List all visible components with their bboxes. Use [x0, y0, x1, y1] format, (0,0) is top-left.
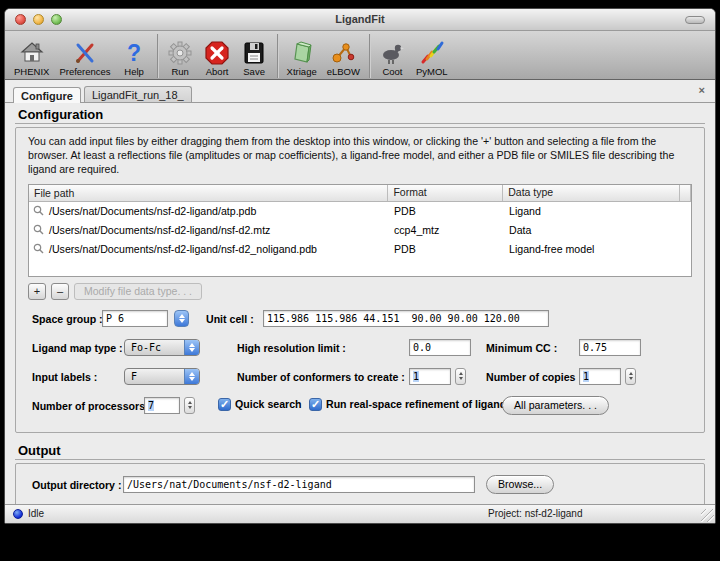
format-cell: PDB [389, 243, 504, 255]
toolbar-item-xtriage[interactable]: Xtriage [282, 37, 322, 79]
space-group-stepper[interactable] [174, 310, 189, 327]
pymol-sticks-icon [418, 39, 445, 66]
quick-search-checkbox[interactable]: ✓ Quick search [218, 398, 302, 411]
column-header-format[interactable]: Format [388, 185, 503, 201]
output-directory-field[interactable]: /Users/nat/Documents/nsf-d2-ligand [123, 476, 475, 493]
toolbar-item-phenix[interactable]: PHENIX [9, 37, 54, 79]
space-group-field[interactable]: P 6 [102, 310, 168, 327]
xtriage-crystal-icon [288, 39, 315, 66]
toolbar-separator [157, 34, 158, 78]
tab-ligandfit-run[interactable]: LigandFit_run_18_ [84, 86, 192, 102]
close-window-button[interactable] [15, 14, 26, 25]
abort-stop-icon [204, 39, 231, 66]
browse-button[interactable]: Browse... [486, 475, 554, 494]
instructions-text: You can add input files by either draggi… [28, 135, 692, 177]
format-cell: ccp4_mtz [389, 224, 504, 236]
checkbox-check-icon: ✓ [218, 398, 231, 411]
processors-value: 7 [148, 400, 154, 411]
magnifier-icon [33, 224, 44, 237]
toolbar-item-preferences[interactable]: Preferences [54, 37, 115, 79]
toolbar-toggle-button[interactable] [685, 16, 705, 24]
toolbar-item-help[interactable]: ? Help [116, 37, 153, 79]
toolbar-label: Xtriage [287, 66, 317, 77]
input-labels-label: Input labels : [32, 371, 97, 383]
toolbar-item-coot[interactable]: Coot [374, 37, 411, 79]
data-type-cell: Data [504, 224, 681, 236]
table-header-row: File path Format Data type [29, 185, 691, 202]
processors-field[interactable]: 7 [144, 397, 180, 414]
input-labels-dropdown[interactable]: F [124, 368, 200, 385]
input-files-table: File path Format Data type /Users/nat/Do… [28, 184, 692, 277]
copies-stepper[interactable] [625, 368, 636, 385]
minimum-cc-field[interactable]: 0.75 [579, 339, 641, 356]
column-header-file-path[interactable]: File path [29, 185, 388, 201]
title-bar: LigandFit [5, 9, 715, 31]
output-heading: Output [18, 443, 715, 458]
status-bar: Idle Project: nsf-d2-ligand [5, 504, 715, 523]
high-resolution-limit-field[interactable]: 0.0 [409, 339, 471, 356]
toolbar-item-abort[interactable]: Abort [199, 37, 236, 79]
table-button-row: + – Modify file data type. . . [28, 283, 692, 300]
coot-bird-icon [379, 39, 406, 66]
ligand-map-type-dropdown[interactable]: Fo-Fc [124, 339, 200, 356]
tab-bar: Configure LigandFit_run_18_ × [5, 83, 715, 103]
table-body: /Users/nat/Documents/nsf-d2-ligand/atp.p… [29, 202, 691, 276]
table-row[interactable]: /Users/nat/Documents/nsf-d2-ligand/atp.p… [29, 202, 691, 221]
svg-text:?: ? [127, 40, 141, 66]
resize-grip[interactable] [701, 509, 714, 522]
add-file-button[interactable]: + [28, 283, 46, 300]
form-row-space-group: Space group : P 6 Unit cell : 115.986 11… [28, 310, 696, 329]
main-toolbar: PHENIX Preferences ? Help Run Abort [5, 31, 715, 80]
toolbar-item-save[interactable]: Save [236, 37, 273, 79]
realspace-refinement-label: Run real-space refinement of ligand [326, 398, 506, 410]
toolbar-label: Abort [206, 66, 229, 77]
data-type-cell: Ligand [504, 205, 681, 217]
unit-cell-field[interactable]: 115.986 115.986 44.151 90.00 90.00 120.0… [263, 310, 549, 327]
toolbar-item-elbow[interactable]: eLBOW [322, 37, 365, 79]
table-row[interactable]: /Users/nat/Documents/nsf-d2-ligand/nsf-d… [29, 240, 691, 259]
toolbar-label: PyMOL [416, 66, 448, 77]
column-header-data-type[interactable]: Data type [503, 185, 680, 201]
heading-rule [15, 459, 705, 460]
data-type-cell: Ligand-free model [504, 243, 681, 255]
ligand-map-type-label: Ligand map type : [32, 342, 123, 354]
form-row-output-dir: Output directory : /Users/nat/Documents/… [28, 476, 696, 495]
tab-close-icon[interactable]: × [699, 85, 705, 96]
input-labels-value: F [125, 369, 184, 384]
minimize-window-button[interactable] [33, 14, 44, 25]
app-window: LigandFit PHENIX Preferences ? Help [4, 8, 716, 524]
copies-field[interactable]: 1 [579, 368, 621, 385]
phenix-home-icon [18, 39, 45, 66]
copies-label: Number of copies : [486, 371, 582, 383]
toolbar-item-pymol[interactable]: PyMOL [411, 37, 453, 79]
toolbar-label: Run [171, 66, 188, 77]
ligand-map-type-value: Fo-Fc [125, 340, 184, 355]
copies-value: 1 [583, 371, 589, 382]
zoom-window-button[interactable] [51, 14, 62, 25]
configuration-heading: Configuration [18, 107, 715, 122]
output-directory-label: Output directory : [32, 479, 121, 491]
space-group-label: Space group : [32, 313, 103, 325]
toolbar-item-run[interactable]: Run [162, 37, 199, 79]
conformers-field[interactable]: 1 [409, 368, 451, 385]
tab-configure[interactable]: Configure [13, 87, 81, 103]
toolbar-label: Help [124, 66, 144, 77]
form-row-processors: Number of processors : 7 ✓ Quick search … [28, 397, 696, 416]
processors-stepper[interactable] [184, 397, 195, 414]
high-resolution-limit-label: High resolution limit : [237, 342, 346, 354]
column-header-spacer [680, 185, 691, 201]
dropdown-stepper-icon [184, 369, 199, 384]
project-label: Project: nsf-d2-ligand [488, 508, 583, 519]
modify-file-data-type-button: Modify file data type. . . [74, 283, 202, 300]
remove-file-button[interactable]: – [51, 283, 69, 300]
window-title: LigandFit [5, 9, 715, 30]
toolbar-label: Coot [382, 66, 402, 77]
toolbar-separator [277, 34, 278, 78]
table-row[interactable]: /Users/nat/Documents/nsf-d2-ligand/nsf-d… [29, 221, 691, 240]
run-gear-icon [167, 39, 194, 66]
realspace-refinement-checkbox[interactable]: ✓ Run real-space refinement of ligand [309, 398, 506, 411]
all-parameters-button[interactable]: All parameters. . . [502, 396, 609, 415]
toolbar-label: eLBOW [327, 66, 360, 77]
toolbar-separator [369, 34, 370, 78]
conformers-stepper[interactable] [455, 368, 466, 385]
